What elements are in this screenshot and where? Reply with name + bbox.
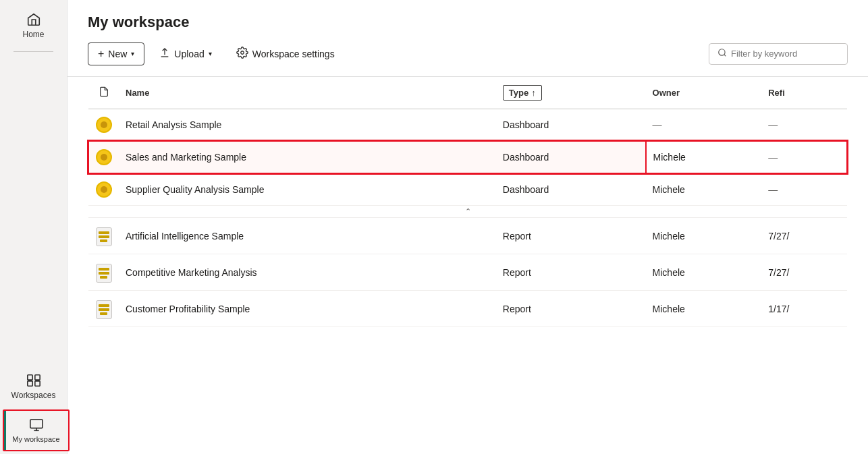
table-container: Name Type ↑ Owner Refi <box>67 77 868 454</box>
scroll-indicator-row: ⌃ <box>88 206 847 218</box>
th-icon <box>88 77 119 109</box>
workspace-settings-label: Workspace settings <box>252 49 335 59</box>
report-icon <box>96 300 112 319</box>
row-name[interactable]: Retail Analysis Sample <box>119 109 496 142</box>
table-header-row: Name Type ↑ Owner Refi <box>88 77 847 109</box>
row-name[interactable]: Customer Profitability Sample <box>119 291 496 327</box>
sidebar-item-my-workspace[interactable]: My workspace <box>3 409 70 451</box>
row-owner: Michele <box>646 141 762 173</box>
upload-button[interactable]: Upload ▾ <box>150 42 221 65</box>
table-row[interactable]: Competitive Marketing AnalysisReportMich… <box>88 254 847 291</box>
th-owner[interactable]: Owner <box>646 77 762 109</box>
row-owner: — <box>646 109 762 142</box>
row-name[interactable]: Supplier Quality Analysis Sample <box>119 173 496 206</box>
table-row[interactable]: Retail Analysis SampleDashboard—— <box>88 109 847 142</box>
home-icon <box>26 12 41 27</box>
workspaces-icon <box>26 373 41 388</box>
row-name[interactable]: Artificial Intelligence Sample <box>119 218 496 254</box>
row-type: Report <box>496 218 646 254</box>
row-type: Report <box>496 254 646 291</box>
my-workspace-label: My workspace <box>12 435 59 443</box>
svg-rect-4 <box>30 420 42 428</box>
row-owner: Michele <box>646 173 762 206</box>
page-title: My workspace <box>88 13 848 31</box>
dashboard-icon <box>96 181 112 198</box>
name-col-label: Name <box>126 88 149 98</box>
main-content: My workspace + New ▾ Upload ▾ <box>67 0 868 454</box>
row-name[interactable]: Sales and Marketing Sample <box>119 141 496 173</box>
row-icon-cell <box>88 141 119 173</box>
svg-point-10 <box>719 49 725 55</box>
chevron-down-icon: ▾ <box>131 50 134 57</box>
row-refreshed: — <box>761 173 847 206</box>
upload-icon <box>159 47 170 60</box>
dashboard-icon <box>96 117 112 133</box>
sidebar-item-home[interactable]: Home <box>0 5 67 46</box>
svg-line-11 <box>724 54 726 56</box>
th-refreshed[interactable]: Refi <box>761 77 847 109</box>
row-refreshed: — <box>761 109 847 142</box>
dashboard-icon <box>96 149 112 165</box>
row-icon-cell <box>88 291 119 327</box>
report-icon <box>96 227 112 246</box>
filter-input[interactable] <box>731 49 839 59</box>
workspace-table: Name Type ↑ Owner Refi <box>88 77 848 327</box>
table-row[interactable]: Supplier Quality Analysis SampleDashboar… <box>88 173 847 206</box>
type-col-label: Type <box>509 88 528 98</box>
svg-rect-0 <box>27 375 32 380</box>
report-icon <box>96 264 112 283</box>
sidebar: Home Workspaces My workspace <box>0 0 67 454</box>
svg-rect-3 <box>34 381 39 386</box>
new-button[interactable]: + New ▾ <box>88 42 144 65</box>
row-owner: Michele <box>646 218 762 254</box>
gear-icon <box>236 47 248 61</box>
th-name[interactable]: Name <box>119 77 496 109</box>
row-refreshed: — <box>761 141 847 173</box>
toolbar: + New ▾ Upload ▾ <box>88 42 848 65</box>
table-row[interactable]: Sales and Marketing SampleDashboardMiche… <box>88 141 847 173</box>
svg-rect-1 <box>34 375 39 380</box>
refreshed-col-label: Refi <box>768 88 785 98</box>
row-type: Dashboard <box>496 141 646 173</box>
row-icon-cell <box>88 173 119 206</box>
upload-chevron-icon: ▾ <box>209 50 212 57</box>
sidebar-divider <box>13 51 53 52</box>
row-icon-cell <box>88 109 119 142</box>
search-icon <box>717 48 727 60</box>
table-row[interactable]: Artificial Intelligence SampleReportMich… <box>88 218 847 254</box>
row-type: Dashboard <box>496 173 646 206</box>
owner-col-label: Owner <box>653 88 680 98</box>
row-type: Dashboard <box>496 109 646 142</box>
row-owner: Michele <box>646 291 762 327</box>
row-icon-cell <box>88 218 119 254</box>
header: My workspace + New ▾ Upload ▾ <box>67 0 868 77</box>
row-name[interactable]: Competitive Marketing Analysis <box>119 254 496 291</box>
plus-icon: + <box>98 48 104 60</box>
row-type: Report <box>496 291 646 327</box>
monitor-icon <box>29 418 44 432</box>
table-row[interactable]: Customer Profitability SampleReportMiche… <box>88 291 847 327</box>
row-owner: Michele <box>646 254 762 291</box>
sidebar-bottom: Workspaces My workspace <box>0 366 67 454</box>
workspaces-label: Workspaces <box>11 391 56 400</box>
th-type[interactable]: Type ↑ <box>496 77 646 109</box>
sidebar-home-label: Home <box>22 30 44 39</box>
sidebar-item-workspaces[interactable]: Workspaces <box>0 366 67 407</box>
workspace-settings-button[interactable]: Workspace settings <box>227 42 344 65</box>
row-icon-cell <box>88 254 119 291</box>
sort-asc-icon: ↑ <box>531 88 536 98</box>
svg-rect-2 <box>27 381 32 386</box>
svg-point-9 <box>240 51 244 55</box>
row-refreshed: 1/17/ <box>761 291 847 327</box>
upload-button-label: Upload <box>174 49 204 59</box>
type-header-box: Type ↑ <box>503 85 542 101</box>
row-refreshed: 7/27/ <box>761 254 847 291</box>
filter-box <box>709 43 848 65</box>
row-refreshed: 7/27/ <box>761 218 847 254</box>
new-button-label: New <box>108 49 127 59</box>
